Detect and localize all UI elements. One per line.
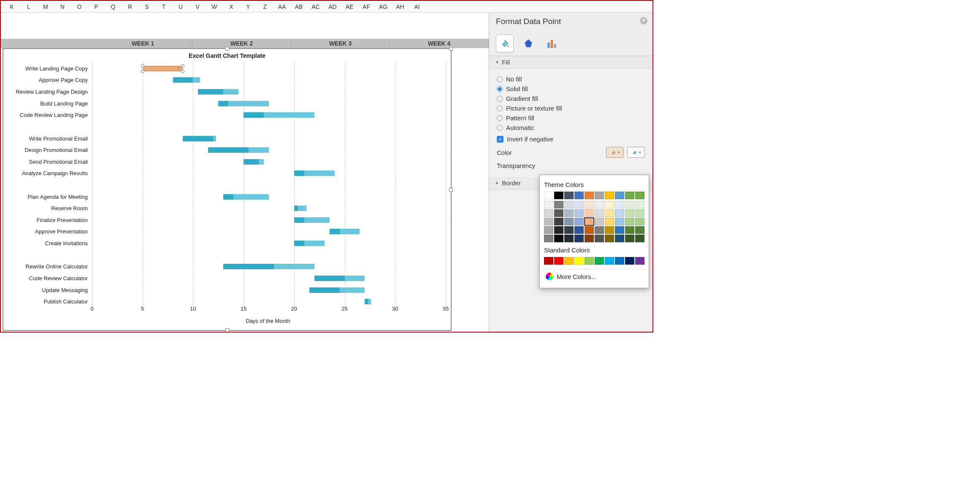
column-letter[interactable]: R: [122, 3, 138, 10]
column-letter[interactable]: P: [88, 3, 105, 10]
color-swatch[interactable]: [635, 218, 644, 225]
color-swatch[interactable]: [574, 192, 584, 199]
color-swatch[interactable]: [595, 235, 604, 242]
color-swatch[interactable]: [635, 226, 644, 234]
color-swatch[interactable]: [615, 226, 624, 234]
color-swatch[interactable]: [595, 218, 604, 225]
column-letter[interactable]: X: [223, 3, 240, 10]
gantt-bar[interactable]: [340, 287, 365, 293]
gantt-bar[interactable]: [213, 136, 216, 141]
gantt-bar[interactable]: [365, 299, 368, 304]
gantt-bar[interactable]: [309, 287, 340, 293]
color-swatch[interactable]: [574, 235, 584, 242]
gantt-bar[interactable]: [218, 101, 228, 106]
chart-resize-handle[interactable]: [225, 328, 229, 332]
color-swatch[interactable]: [585, 218, 594, 225]
color-swatch[interactable]: [564, 235, 574, 242]
column-letter[interactable]: AA: [273, 3, 290, 10]
color-swatch[interactable]: [574, 218, 584, 225]
selection-handle[interactable]: [181, 64, 184, 68]
gantt-bar[interactable]: [264, 112, 314, 118]
gantt-bar[interactable]: [249, 147, 269, 153]
color-swatch[interactable]: [574, 209, 584, 217]
fill-color-button[interactable]: ▾: [606, 147, 624, 158]
column-letter[interactable]: Y: [240, 3, 257, 10]
column-letter[interactable]: AD: [324, 3, 341, 10]
column-letter[interactable]: AH: [392, 3, 409, 10]
gantt-bar[interactable]: [183, 136, 213, 141]
selection-handle[interactable]: [141, 64, 144, 68]
gantt-bar[interactable]: [304, 217, 330, 223]
more-colors-button[interactable]: More Colors...: [544, 269, 644, 284]
color-swatch[interactable]: [635, 192, 644, 199]
column-letter[interactable]: V: [189, 3, 206, 10]
gantt-bar[interactable]: [198, 89, 223, 95]
color-swatch[interactable]: [564, 209, 574, 217]
gantt-bar[interactable]: [173, 77, 193, 83]
color-swatch[interactable]: [595, 226, 604, 234]
gantt-bar[interactable]: [294, 171, 304, 176]
color-swatch[interactable]: [605, 218, 614, 225]
color-swatch[interactable]: [625, 218, 634, 225]
color-swatch[interactable]: [635, 209, 644, 217]
color-swatch[interactable]: [544, 218, 553, 225]
color-swatch[interactable]: [615, 209, 624, 217]
color-swatch[interactable]: [564, 218, 574, 225]
color-swatch[interactable]: [595, 201, 604, 208]
color-swatch[interactable]: [554, 235, 563, 242]
color-swatch[interactable]: [625, 192, 634, 199]
gantt-bar[interactable]: [340, 229, 360, 234]
selection-handle[interactable]: [141, 70, 144, 73]
column-letter[interactable]: S: [138, 3, 155, 10]
column-letter[interactable]: T: [155, 3, 172, 10]
gantt-bar[interactable]: [304, 241, 325, 246]
color-swatch[interactable]: [595, 257, 604, 265]
chart-resize-handle[interactable]: [449, 188, 453, 192]
gantt-bar[interactable]: [143, 66, 178, 71]
color-swatch[interactable]: [625, 209, 634, 217]
color-swatch[interactable]: [585, 257, 594, 265]
gantt-bar[interactable]: [345, 276, 365, 281]
gantt-bar[interactable]: [274, 264, 314, 269]
color-swatch[interactable]: [554, 226, 563, 234]
column-letter[interactable]: W: [206, 3, 223, 10]
gantt-bar[interactable]: [294, 206, 298, 211]
color-swatch[interactable]: [574, 226, 584, 234]
color-swatch[interactable]: [585, 192, 594, 199]
color-swatch[interactable]: [635, 201, 644, 208]
gantt-bar[interactable]: [314, 276, 345, 281]
gantt-bar[interactable]: [228, 101, 269, 106]
column-letter[interactable]: Z: [257, 3, 273, 10]
color-swatch[interactable]: [605, 235, 614, 242]
selection-handle[interactable]: [181, 70, 184, 73]
color-swatch[interactable]: [605, 192, 614, 199]
gantt-bar[interactable]: [223, 264, 274, 269]
column-letter[interactable]: O: [71, 3, 88, 10]
gantt-bar[interactable]: [294, 241, 304, 246]
gantt-bar[interactable]: [294, 217, 304, 223]
color-swatch[interactable]: [625, 226, 634, 234]
column-letter[interactable]: N: [54, 3, 71, 10]
gantt-bar[interactable]: [208, 147, 249, 153]
color-swatch[interactable]: [595, 209, 604, 217]
column-letter[interactable]: L: [20, 3, 37, 10]
gantt-bar[interactable]: [193, 77, 200, 83]
color-swatch[interactable]: [615, 218, 624, 225]
invert-color-button[interactable]: ▾: [627, 147, 645, 158]
color-swatch[interactable]: [564, 192, 574, 199]
color-swatch[interactable]: [574, 201, 584, 208]
radio-no-fill[interactable]: No fill: [497, 76, 645, 83]
gantt-bar[interactable]: [304, 171, 335, 176]
gantt-bar[interactable]: [233, 194, 269, 200]
column-letter[interactable]: AB: [290, 3, 307, 10]
close-icon[interactable]: ✕: [640, 17, 647, 24]
color-swatch[interactable]: [585, 226, 594, 234]
color-swatch[interactable]: [595, 192, 604, 199]
column-letter[interactable]: K: [3, 3, 20, 10]
chart-resize-handle[interactable]: [449, 47, 453, 51]
color-swatch[interactable]: [585, 235, 594, 242]
color-swatch[interactable]: [544, 209, 553, 217]
gantt-bar[interactable]: [330, 229, 340, 234]
color-swatch[interactable]: [615, 257, 624, 265]
gantt-chart[interactable]: Excel Gantt Chart Template Write Landing…: [3, 48, 452, 331]
